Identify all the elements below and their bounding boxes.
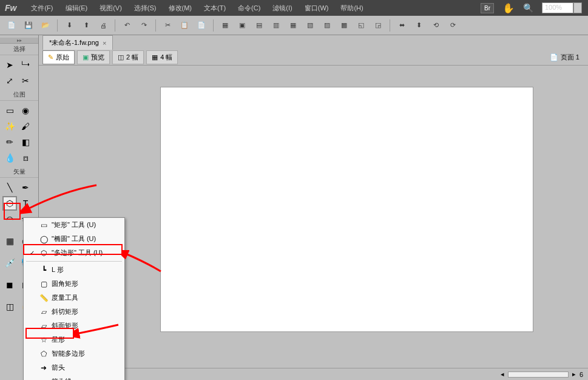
ctx-label: 斜面矩形 <box>52 321 78 330</box>
eraser-tool[interactable]: ◧ <box>18 135 33 149</box>
close-tab-icon[interactable]: × <box>103 39 106 47</box>
text-tool[interactable]: T <box>18 196 33 211</box>
save-button[interactable]: 💾 <box>22 19 35 32</box>
subselect-tool[interactable]: ⮡ <box>18 58 33 72</box>
print-button[interactable]: 🖨 <box>96 19 110 32</box>
bevel-icon: ▱ <box>39 308 48 316</box>
polygon-icon: ⬡ <box>39 249 48 257</box>
ctx-measure[interactable]: 📏度量工具 <box>24 291 124 305</box>
copy-button[interactable]: 📋 <box>178 19 191 32</box>
ellipse-icon: ◯ <box>39 235 48 243</box>
menu-edit[interactable]: 编辑(E) <box>61 2 93 15</box>
ctx-smartpoly[interactable]: ⬠智能多边形 <box>24 347 124 361</box>
stamp-tool[interactable]: ⧈ <box>18 151 33 165</box>
line-tool[interactable]: ╲ <box>2 180 17 195</box>
eyedropper-tool[interactable]: 💉 <box>2 256 17 270</box>
ctx-label: L 形 <box>52 265 64 274</box>
open-button[interactable]: 📂 <box>39 19 52 32</box>
flip-h[interactable]: ⬌ <box>395 19 408 32</box>
view-preview[interactable]: ▣预览 <box>77 50 110 64</box>
web-slice-tool[interactable]: ▦ <box>2 234 17 248</box>
arrange-2[interactable]: ◲ <box>371 19 385 32</box>
ctx-arrow[interactable]: ➜箭头 <box>24 361 124 375</box>
align-4[interactable]: ▧ <box>303 19 317 32</box>
menu-file[interactable]: 文件(F) <box>26 2 58 15</box>
paste-button[interactable]: 📄 <box>195 19 208 32</box>
ctx-roundrect[interactable]: ▢圆角矩形 <box>24 277 124 291</box>
align-5[interactable]: ▨ <box>320 19 334 32</box>
check-icon: ✓ <box>29 249 36 256</box>
ctx-label: "多边形" 工具 (U) <box>52 248 103 257</box>
canvas[interactable] <box>160 87 533 332</box>
rect-icon: ▭ <box>39 221 48 229</box>
new-button[interactable]: 📄 <box>5 19 18 32</box>
pen-tool[interactable]: ✒ <box>18 180 33 195</box>
ctx-star[interactable]: ☆星形 <box>24 333 124 347</box>
stroke-color[interactable]: ◼ <box>2 277 17 292</box>
export-button[interactable]: ⬆ <box>79 19 93 32</box>
cut-button[interactable]: ✂ <box>161 19 174 32</box>
wand-tool[interactable]: ✨ <box>2 119 17 134</box>
pencil-tool[interactable]: ✏ <box>2 135 17 149</box>
ctx-ellipse[interactable]: ◯"椭圆" 工具 (U) <box>24 232 124 246</box>
ctx-bevel[interactable]: ▱斜切矩形 <box>24 305 124 319</box>
blur-tool[interactable]: 💧 <box>2 151 17 165</box>
align-2[interactable]: ▥ <box>269 19 283 32</box>
smartpoly-icon: ⬠ <box>39 350 48 358</box>
crop-tool[interactable]: ✂ <box>18 73 33 88</box>
ctx-label: 度量工具 <box>52 293 78 302</box>
menu-bar: Fw 文件(F) 编辑(E) 视图(V) 选择(S) 修改(M) 文本(T) 命… <box>0 0 588 16</box>
menu-modify[interactable]: 修改(M) <box>164 2 197 15</box>
panel-collapse[interactable]: ▸▸ <box>0 38 38 44</box>
view-mode[interactable]: ◫ <box>2 299 17 314</box>
zoom-dropdown-icon[interactable]: ▼ <box>573 2 582 13</box>
document-tab[interactable]: *未命名-1.fw.png × <box>42 35 113 50</box>
brush-tool[interactable]: 🖌 <box>18 119 33 134</box>
ctx-chamfer[interactable]: ▱斜面矩形 <box>24 319 124 333</box>
ctx-arrowline[interactable]: ↔箭头线 <box>24 375 124 380</box>
ungroup-button[interactable]: ▣ <box>235 19 249 32</box>
lasso-tool[interactable]: ◉ <box>18 103 33 118</box>
menu-text[interactable]: 文本(T) <box>199 2 231 15</box>
chamfer-icon: ▱ <box>39 322 48 330</box>
zoom-select[interactable]: 100% <box>542 2 573 13</box>
redo-button[interactable]: ↷ <box>137 19 150 32</box>
menu-view[interactable]: 视图(V) <box>95 2 127 15</box>
group-button[interactable]: ▦ <box>218 19 232 32</box>
section-select: 选择 <box>0 44 38 55</box>
freeform-tool[interactable]: ◠ <box>2 212 17 226</box>
menubar-right: Br ✋ 🔍 100% ▼ <box>481 2 588 14</box>
marquee-tool[interactable]: ▭ <box>2 103 17 118</box>
lshape-icon: ┗ <box>39 266 48 274</box>
arrange-1[interactable]: ◱ <box>354 19 368 32</box>
align-3[interactable]: ▦ <box>286 19 300 32</box>
scale-tool[interactable]: ⤢ <box>2 73 17 88</box>
rotate-l[interactable]: ⟲ <box>429 19 442 32</box>
shape-tool[interactable]: ⬡ <box>2 196 17 211</box>
flip-v[interactable]: ⬍ <box>412 19 425 32</box>
ctx-label: "椭圆" 工具 (U) <box>52 234 96 243</box>
view-original[interactable]: ✎原始 <box>42 50 75 64</box>
ctx-label: "矩形" 工具 (U) <box>52 220 96 229</box>
pointer-tool[interactable]: ➤ <box>2 58 17 72</box>
menu-filter[interactable]: 滤镜(I) <box>268 2 297 15</box>
scrollbar-horizontal[interactable] <box>508 372 569 378</box>
view-split2[interactable]: ◫2 幅 <box>112 50 144 64</box>
view-split4[interactable]: ▦4 幅 <box>146 50 178 64</box>
ctx-polygon[interactable]: ✓⬡"多边形" 工具 (U) <box>24 246 124 260</box>
ctx-lshape[interactable]: ┗L 形 <box>24 263 124 277</box>
align-6[interactable]: ▩ <box>337 19 351 32</box>
menu-help[interactable]: 帮助(H) <box>336 2 368 15</box>
hand-tool-icon[interactable]: ✋ <box>502 2 515 14</box>
ctx-rect[interactable]: ▭"矩形" 工具 (U) <box>24 218 124 232</box>
rotate-r[interactable]: ⟳ <box>446 19 459 32</box>
menu-select[interactable]: 选择(S) <box>129 2 161 15</box>
bridge-button[interactable]: Br <box>481 3 494 13</box>
menu-window[interactable]: 窗口(W) <box>300 2 334 15</box>
menu-command[interactable]: 命令(C) <box>233 2 265 15</box>
undo-button[interactable]: ↶ <box>120 19 133 32</box>
zoom-tool-icon[interactable]: 🔍 <box>523 3 533 13</box>
align-1[interactable]: ▤ <box>252 19 266 32</box>
import-button[interactable]: ⬇ <box>63 19 76 32</box>
page-indicator[interactable]: 📄页面 1 <box>545 52 584 63</box>
